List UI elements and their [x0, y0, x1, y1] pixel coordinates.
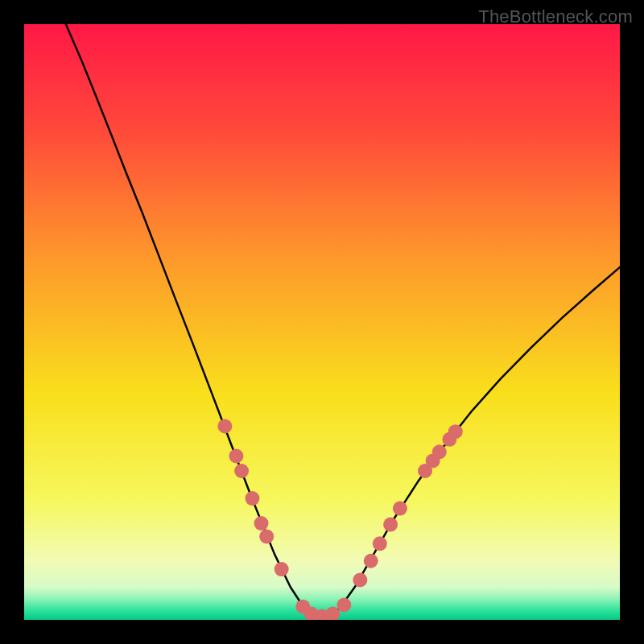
data-marker [234, 464, 249, 478]
data-marker [364, 554, 378, 568]
gradient-background [24, 24, 620, 620]
data-marker [353, 572, 367, 587]
data-marker [448, 424, 463, 439]
data-marker [393, 502, 407, 516]
data-marker [373, 536, 387, 551]
data-marker [336, 598, 351, 613]
data-marker [229, 449, 243, 464]
watermark-text: TheBottleneck.com [478, 6, 633, 27]
data-marker [254, 516, 269, 530]
plot-area [24, 24, 620, 620]
data-marker [432, 444, 447, 459]
data-marker [383, 518, 398, 532]
chart-frame: TheBottleneck.com [0, 0, 644, 644]
data-marker [245, 491, 259, 506]
data-marker [259, 529, 274, 543]
data-marker [275, 562, 289, 576]
data-marker [217, 419, 232, 434]
chart-svg [24, 24, 620, 620]
